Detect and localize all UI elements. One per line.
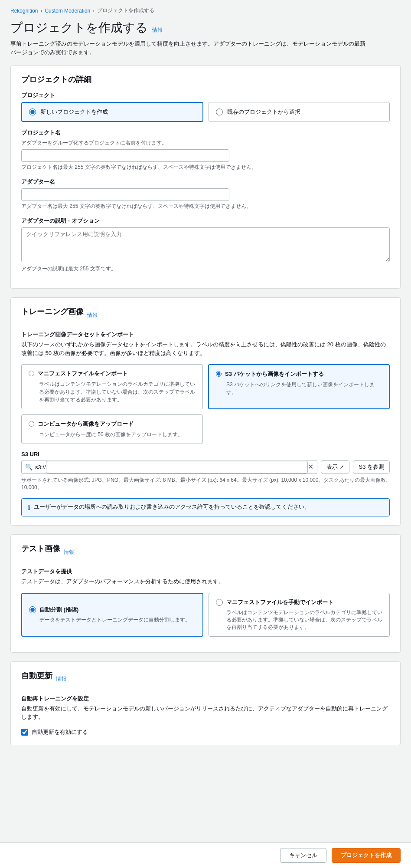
adapter-name-label: アダプター名 bbox=[21, 178, 390, 186]
test-images-section: テスト画像 情報 テストデータを提供 テストデータは、アダプターのパフォーマンス… bbox=[10, 534, 401, 653]
breadcrumb-sep-1: › bbox=[40, 8, 42, 14]
manual-import-option[interactable]: マニフェストファイルを手動でインポート ラベルはコンテンツモデレーションのラベル… bbox=[209, 593, 390, 637]
project-name-label: プロジェクト名 bbox=[21, 129, 390, 137]
auto-retrain-label: 自動再トレーニングを設定 bbox=[21, 695, 390, 703]
project-details-title: プロジェクトの詳細 bbox=[21, 74, 390, 85]
s3-uri-label: S3 URI bbox=[21, 451, 390, 457]
s3-uri-input[interactable]: /custom_moderation_images/ bbox=[46, 461, 308, 473]
s3-uri-row: 🔍 s3:// /custom_moderation_images/ ✕ 表示 … bbox=[21, 460, 390, 474]
auto-split-option[interactable]: 自動分割 (推奨) データをテストデータとトレーニングデータに自動分割します。 bbox=[21, 593, 203, 637]
new-project-label: 新しいプロジェクトを作成 bbox=[40, 108, 108, 116]
adapter-desc-hint: アダプターの説明は最大 255 文字です。 bbox=[21, 265, 390, 273]
manifest-import-title: マニフェストファイルをインポート bbox=[38, 370, 128, 378]
s3-browse-label: S3 を参照 bbox=[359, 463, 384, 471]
access-notice-box: ℹ ユーザーがデータの場所への読み取りおよび書き込みのアクセス許可を持っているこ… bbox=[21, 498, 390, 516]
s3-import-option[interactable]: S3 バケットから画像をインポートする S3 バケットへのリンクを使用して新しい… bbox=[208, 364, 390, 409]
s3-uri-input-wrapper[interactable]: 🔍 s3:// /custom_moderation_images/ ✕ bbox=[21, 460, 317, 474]
project-details-section: プロジェクトの詳細 プロジェクト 新しいプロジェクトを作成 既存のプロジェクトか… bbox=[10, 65, 401, 289]
auto-split-radio[interactable] bbox=[29, 606, 36, 613]
computer-upload-option[interactable]: コンピュータから画像をアップロード コンピュータから一度に 50 枚の画像をアッ… bbox=[21, 414, 203, 444]
search-icon: 🔍 bbox=[25, 464, 33, 470]
auto-update-title: 自動更新 bbox=[21, 671, 52, 681]
existing-project-label: 既存のプロジェクトから選択 bbox=[227, 108, 300, 116]
auto-update-checkbox-row: 自動更新を有効にする bbox=[21, 728, 390, 736]
adapter-name-input[interactable]: alcohol_raisin_moderation_adapter bbox=[21, 188, 229, 201]
page-description: 事前トレーニング済みのモデレーションモデルを適用して精度を向上させます。アダプタ… bbox=[10, 39, 366, 56]
training-images-info-link[interactable]: 情報 bbox=[87, 312, 98, 319]
test-data-label: テストデータを提供 bbox=[21, 568, 390, 575]
manifest-import-desc: ラベルはコンテンツモデレーションのラベルカテゴリに準拠している必要があります。準… bbox=[29, 380, 196, 404]
new-project-radio[interactable] bbox=[29, 108, 36, 115]
s3-clear-button[interactable]: ✕ bbox=[308, 464, 313, 470]
manifest-import-option[interactable]: マニフェストファイルをインポート ラベルはコンテンツモデレーションのラベルカテゴ… bbox=[21, 364, 203, 409]
s3-import-desc: S3 バケットへのリンクを使用して新しい画像をインポートします。 bbox=[216, 381, 382, 396]
auto-update-checkbox[interactable] bbox=[21, 729, 28, 736]
import-options-grid: マニフェストファイルをインポート ラベルはコンテンツモデレーションのラベルカテゴ… bbox=[21, 364, 390, 444]
create-project-button[interactable]: プロジェクトを作成 bbox=[332, 848, 401, 863]
page-footer: キャンセル プロジェクトを作成 bbox=[0, 842, 411, 868]
s3-import-title: S3 バケットから画像をインポートする bbox=[225, 370, 324, 378]
project-field-label: プロジェクト bbox=[21, 92, 390, 99]
auto-retrain-desc: 自動更新を有効にして、モデレーションモデルの新しいバージョンがリリースされるたび… bbox=[21, 704, 390, 721]
import-desc: 以下のソースのいずれかから画像データセットをインポートします。ラベルの精度を向上… bbox=[21, 340, 390, 357]
adapter-desc-label: アダプターの説明 - オプション bbox=[21, 217, 390, 225]
auto-update-checkbox-label: 自動更新を有効にする bbox=[32, 728, 88, 736]
project-type-radio-group: 新しいプロジェクトを作成 既存のプロジェクトから選択 bbox=[21, 102, 390, 122]
computer-upload-title: コンピュータから画像をアップロード bbox=[38, 420, 134, 428]
page-title: プロジェクトを作成する bbox=[10, 20, 148, 36]
page-info-link[interactable]: 情報 bbox=[152, 26, 163, 34]
s3-uri-hint: サポートされている画像形式: JPG、PNG。最大画像サイズ: 8 MB。最小サ… bbox=[21, 477, 390, 491]
manual-import-desc: ラベルはコンテンツモデレーションのラベルカテゴリに準拠している必要があります。準… bbox=[216, 609, 382, 631]
info-icon: ℹ bbox=[28, 503, 30, 512]
s3-view-label: 表示 bbox=[326, 463, 338, 471]
s3-browse-button[interactable]: S3 を参照 bbox=[353, 460, 390, 473]
auto-split-title: 自動分割 (推奨) bbox=[39, 606, 78, 614]
breadcrumb: Rekognition › Custom Moderation › プロジェクト… bbox=[10, 7, 401, 14]
test-data-radio-group: 自動分割 (推奨) データをテストデータとトレーニングデータに自動分割します。 … bbox=[21, 593, 390, 637]
adapter-name-hint: アダプター名は最大 255 文字の英数字でなければならず、スペースや特殊文字は使… bbox=[21, 203, 390, 210]
computer-upload-radio[interactable] bbox=[29, 421, 34, 427]
computer-upload-desc: コンピュータから一度に 50 枚の画像をアップロードします。 bbox=[29, 431, 196, 438]
auto-update-info-link[interactable]: 情報 bbox=[56, 675, 66, 683]
breadcrumb-current: プロジェクトを作成する bbox=[97, 7, 154, 14]
auto-split-desc: データをテストデータとトレーニングデータに自動分割します。 bbox=[29, 616, 190, 624]
s3-import-radio[interactable] bbox=[216, 371, 222, 377]
adapter-desc-textarea[interactable] bbox=[21, 227, 390, 262]
manual-import-title: マニフェストファイルを手動でインポート bbox=[226, 598, 333, 606]
breadcrumb-sep-2: › bbox=[93, 8, 95, 14]
project-name-input[interactable]: alcohol_raisin_moderation bbox=[21, 149, 229, 162]
test-images-info-link[interactable]: 情報 bbox=[64, 549, 74, 556]
external-link-icon: ↗ bbox=[339, 464, 344, 470]
test-images-title: テスト画像 bbox=[21, 543, 60, 554]
manual-import-radio[interactable] bbox=[216, 599, 223, 606]
training-images-section: トレーニング画像 情報 トレーニング画像データセットをインポート 以下のソースの… bbox=[10, 297, 401, 526]
import-label: トレーニング画像データセットをインポート bbox=[21, 331, 390, 339]
auto-update-section: 自動更新 情報 自動再トレーニングを設定 自動更新を有効にして、モデレーションモ… bbox=[10, 661, 401, 745]
existing-project-option[interactable]: 既存のプロジェクトから選択 bbox=[209, 102, 390, 122]
breadcrumb-rekognition[interactable]: Rekognition bbox=[10, 8, 38, 14]
project-name-sublabel: アダプターをグループ化するプロジェクトに名前を付けます。 bbox=[21, 139, 390, 147]
test-data-desc: テストデータは、アダプターのパフォーマンスを分析するために使用されます。 bbox=[21, 577, 390, 586]
cancel-button[interactable]: キャンセル bbox=[280, 848, 326, 863]
new-project-option[interactable]: 新しいプロジェクトを作成 bbox=[21, 102, 203, 122]
existing-project-radio[interactable] bbox=[216, 108, 223, 115]
s3-view-button[interactable]: 表示 ↗ bbox=[321, 460, 349, 473]
project-name-hint: プロジェクト名は最大 255 文字の英数字でなければならず、スペースや特殊文字は… bbox=[21, 164, 390, 171]
breadcrumb-custom-moderation[interactable]: Custom Moderation bbox=[45, 8, 90, 14]
access-notice-text: ユーザーがデータの場所への読み取りおよび書き込みのアクセス許可を持っていることを… bbox=[34, 503, 310, 511]
s3-uri-prefix: s3:// bbox=[35, 464, 46, 470]
training-images-title: トレーニング画像 bbox=[21, 306, 84, 317]
manifest-import-radio[interactable] bbox=[29, 371, 34, 376]
